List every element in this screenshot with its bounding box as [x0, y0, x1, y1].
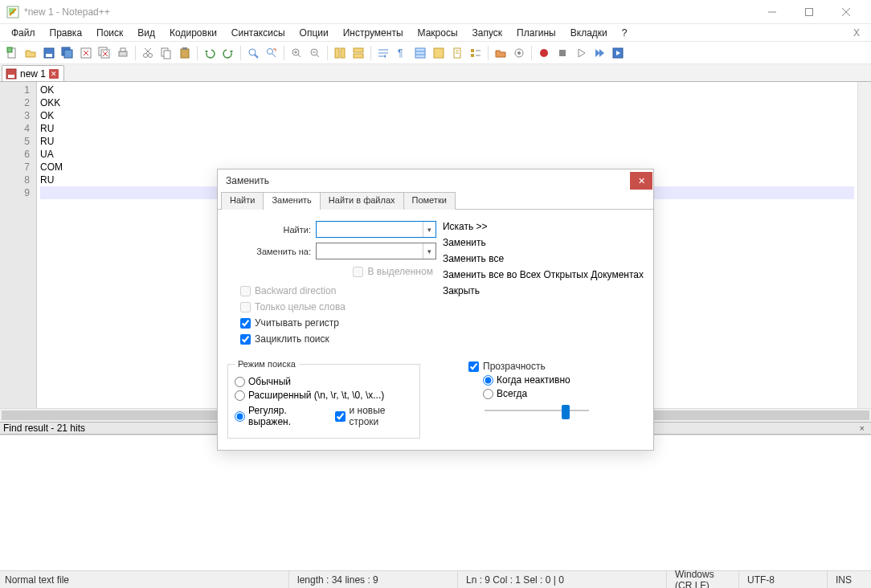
findresult-panel[interactable]	[0, 435, 871, 588]
transparency-slider[interactable]	[485, 402, 589, 419]
print-icon[interactable]	[114, 44, 132, 62]
menu-search[interactable]: Поиск	[90, 26, 129, 40]
maximize-button[interactable]	[791, 0, 828, 24]
save-macro-icon[interactable]	[609, 44, 627, 62]
find-next-button[interactable]: Искать >>	[443, 221, 644, 232]
document-tabstrip: new 1 ✕	[0, 64, 871, 82]
dropdown-icon[interactable]: ▾	[423, 243, 436, 259]
backward-checkbox: Backward direction	[240, 285, 436, 296]
udl-icon[interactable]	[430, 44, 448, 62]
func-list-icon[interactable]	[467, 44, 485, 62]
monitoring-icon[interactable]	[510, 44, 528, 62]
menu-language[interactable]: Синтаксисы	[225, 26, 292, 40]
svg-rect-19	[121, 48, 125, 51]
replace-button[interactable]: Заменить	[443, 237, 644, 248]
redo-icon[interactable]	[219, 44, 237, 62]
zoom-out-icon[interactable]	[306, 44, 324, 62]
menu-macro[interactable]: Макросы	[411, 26, 464, 40]
findresult-close-icon[interactable]: ×	[857, 423, 868, 433]
replace-all-button[interactable]: Заменить все	[443, 253, 644, 264]
find-icon[interactable]	[244, 44, 262, 62]
replace-with-input[interactable]: ▾	[316, 243, 436, 259]
menu-plugins[interactable]: Плагины	[510, 26, 562, 40]
indent-guide-icon[interactable]	[411, 44, 429, 62]
stop-macro-icon[interactable]	[554, 44, 571, 62]
play-macro-icon[interactable]	[572, 44, 590, 62]
close-file-icon[interactable]	[77, 44, 95, 62]
dropdown-icon[interactable]: ▾	[423, 222, 436, 237]
wordwrap-icon[interactable]	[374, 44, 392, 62]
play-multi-icon[interactable]	[591, 44, 608, 62]
dialog-titlebar[interactable]: Заменить ✕	[218, 169, 653, 192]
record-macro-icon[interactable]	[535, 44, 553, 62]
status-length-lines: length : 34 lines : 9	[289, 571, 458, 588]
tab-label: new 1	[20, 68, 46, 80]
menu-help[interactable]: ?	[615, 26, 634, 40]
sync-h-icon[interactable]	[350, 44, 367, 62]
dialog-title: Заменить	[226, 175, 630, 186]
mode-regex-radio[interactable]: Регуляр. выражен.	[235, 405, 327, 427]
menu-settings[interactable]: Опции	[293, 26, 335, 40]
svg-point-21	[149, 53, 153, 57]
close-dialog-button[interactable]: Закрыть	[443, 285, 644, 296]
undo-icon[interactable]	[201, 44, 219, 62]
document-tab[interactable]: new 1 ✕	[2, 65, 64, 81]
menu-file[interactable]: Файл	[5, 26, 42, 40]
svg-point-20	[144, 53, 148, 57]
transparency-checkbox[interactable]: Прозрачность	[468, 361, 644, 372]
dialog-tab-mark[interactable]: Пометки	[403, 192, 456, 210]
zoom-in-icon[interactable]	[288, 44, 305, 62]
svg-point-59	[540, 49, 548, 57]
svg-line-22	[145, 48, 151, 54]
minimize-button[interactable]	[754, 0, 791, 24]
show-all-chars-icon[interactable]: ¶	[393, 44, 411, 62]
new-file-icon[interactable]	[3, 44, 21, 62]
transparency-always-radio[interactable]: Всегда	[483, 388, 644, 399]
replace-all-docs-button[interactable]: Заменить все во Всех Открытых Документах	[443, 269, 644, 280]
findresult-title: Find result - 21 hits	[3, 423, 85, 434]
dialog-tab-findinfiles[interactable]: Найти в файлах	[320, 192, 404, 210]
cut-icon[interactable]	[139, 44, 157, 62]
dialog-close-button[interactable]: ✕	[630, 172, 652, 190]
close-all-icon[interactable]	[96, 44, 113, 62]
save-all-icon[interactable]	[59, 44, 76, 62]
save-icon[interactable]	[40, 44, 58, 62]
dialog-tab-find[interactable]: Найти	[221, 192, 264, 210]
menu-view[interactable]: Вид	[131, 26, 162, 40]
svg-rect-27	[182, 47, 187, 50]
menu-edit[interactable]: Правка	[43, 26, 89, 40]
find-what-input[interactable]: ▾	[316, 221, 436, 238]
vertical-scrollbar[interactable]	[857, 82, 871, 408]
svg-text:¶: ¶	[398, 47, 403, 59]
doc-map-icon[interactable]	[448, 44, 466, 62]
folder-workspace-icon[interactable]	[492, 44, 509, 62]
svg-rect-26	[181, 49, 189, 58]
dialog-tab-replace[interactable]: Заменить	[263, 192, 320, 210]
svg-rect-49	[434, 48, 444, 58]
svg-rect-18	[119, 51, 127, 56]
menu-encoding[interactable]: Кодировки	[163, 26, 223, 40]
close-window-button[interactable]	[828, 0, 865, 24]
transparency-onlose-radio[interactable]: Когда неактивно	[483, 374, 644, 386]
open-file-icon[interactable]	[22, 44, 39, 62]
svg-rect-8	[46, 54, 52, 57]
paste-icon[interactable]	[176, 44, 194, 62]
matchcase-checkbox[interactable]: Учитывать регистр	[240, 317, 436, 329]
toolbar: ¶	[0, 42, 871, 64]
tab-close-icon[interactable]: ✕	[49, 69, 59, 79]
wraparound-checkbox[interactable]: Зациклить поиск	[240, 333, 436, 345]
dotall-checkbox[interactable]: и новые строки	[335, 405, 414, 427]
status-insertmode: INS	[828, 571, 871, 588]
menubar-close-x[interactable]: X	[847, 26, 866, 40]
menu-tools[interactable]: Инструменты	[337, 26, 410, 40]
svg-rect-40	[354, 48, 363, 52]
replace-icon[interactable]	[263, 44, 280, 62]
copy-icon[interactable]	[157, 44, 175, 62]
menu-run[interactable]: Запуск	[466, 26, 509, 40]
menu-window[interactable]: Вкладки	[564, 26, 614, 40]
sync-v-icon[interactable]	[331, 44, 349, 62]
mode-normal-radio[interactable]: Обычный	[235, 376, 413, 387]
mode-extended-radio[interactable]: Расширенный (\n, \r, \t, \0, \x...)	[235, 390, 413, 401]
title-bar: *new 1 - Notepad++	[0, 0, 871, 24]
svg-rect-53	[471, 49, 474, 52]
